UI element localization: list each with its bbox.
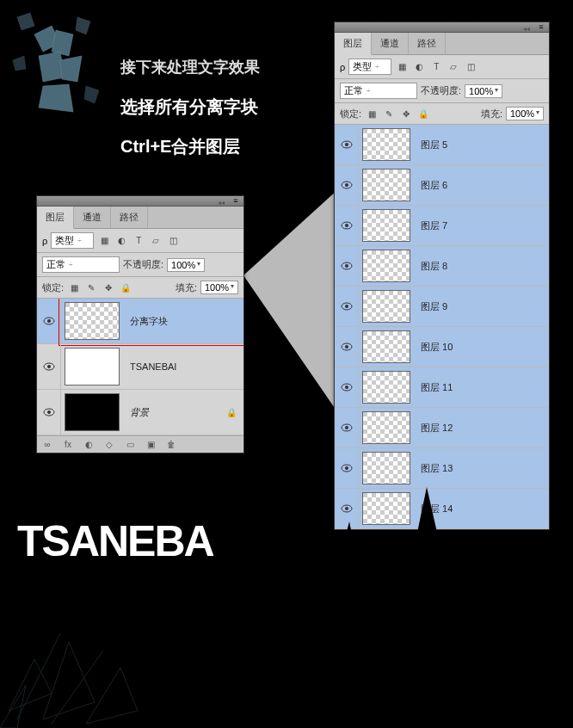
collapse-icon[interactable]: ◂◂ [218, 199, 225, 207]
tab-paths[interactable]: 路径 [409, 33, 446, 54]
footer-icon[interactable]: ∞ [40, 440, 54, 449]
panel-tabs: 图层 通道 路径 [37, 207, 243, 229]
layer-name[interactable]: 图层 8 [414, 260, 549, 273]
layer-name[interactable]: 背景 [123, 406, 226, 419]
layer-row[interactable]: 图层 12 [335, 408, 549, 448]
tab-layers[interactable]: 图层 [335, 33, 372, 55]
layer-row[interactable]: TSANEBAI [37, 344, 243, 390]
lock-transparent-icon[interactable]: ▦ [365, 107, 379, 120]
filter-type-icon[interactable]: T [429, 60, 443, 74]
svg-marker-8 [84, 86, 99, 103]
layer-name[interactable]: 图层 5 [414, 139, 549, 151]
layer-thumbnail[interactable] [362, 371, 410, 404]
filter-type-icon[interactable]: T [132, 234, 145, 248]
visibility-eye-icon[interactable] [43, 317, 55, 325]
opacity-input[interactable]: 100% ▾ [167, 258, 205, 272]
layer-row[interactable]: 图层 10 [335, 327, 549, 367]
visibility-eye-icon[interactable] [341, 140, 353, 149]
visibility-eye-icon[interactable] [341, 342, 353, 351]
visibility-eye-icon[interactable] [341, 181, 353, 189]
layer-row[interactable]: 图层 11 [335, 367, 549, 408]
filter-smart-icon[interactable]: ◫ [166, 234, 180, 248]
footer-icon[interactable]: ◐ [82, 440, 96, 449]
filter-pixel-icon[interactable]: ▦ [97, 234, 111, 248]
layer-row[interactable]: 图层 9 [335, 287, 549, 327]
visibility-eye-icon[interactable] [341, 423, 353, 432]
opacity-input[interactable]: 100% ▾ [465, 84, 502, 98]
layer-thumbnail[interactable] [65, 302, 120, 340]
filter-kind-icon[interactable]: ρ [340, 62, 345, 72]
chevron-down-icon: ▾ [197, 260, 200, 270]
layer-name[interactable]: 图层 9 [414, 300, 549, 313]
lock-position-icon[interactable]: ✥ [399, 107, 413, 120]
filter-row: ρ 类型 ÷ ▦ ◐ T ▱ ◫ [37, 229, 243, 253]
layer-thumbnail[interactable] [65, 393, 120, 431]
visibility-eye-icon[interactable] [341, 383, 353, 392]
panel-menu-button[interactable]: ≡ [230, 196, 242, 206]
layer-thumbnail[interactable] [362, 330, 410, 363]
collapse-icon[interactable]: ◂◂ [523, 25, 530, 33]
svg-point-13 [47, 365, 51, 368]
filter-adjust-icon[interactable]: ◐ [412, 60, 426, 74]
lock-position-icon[interactable]: ✥ [102, 281, 115, 294]
layer-name[interactable]: TSANEBAI [123, 361, 243, 372]
layer-thumbnail[interactable] [362, 411, 410, 444]
tab-layers[interactable]: 图层 [37, 207, 74, 229]
lock-transparent-icon[interactable]: ▦ [67, 281, 81, 294]
layer-thumbnail[interactable] [362, 128, 410, 161]
filter-shape-icon[interactable]: ▱ [447, 60, 460, 74]
visibility-eye-icon[interactable] [341, 221, 353, 230]
layer-name[interactable]: 图层 6 [414, 179, 549, 192]
layer-row[interactable]: 图层 7 [335, 206, 549, 246]
footer-icon[interactable]: ◇ [102, 440, 116, 449]
lock-paint-icon[interactable]: ✎ [84, 281, 98, 294]
footer-icon[interactable]: fx [61, 440, 75, 449]
panel-titlebar[interactable]: ◂◂ ≡ [335, 22, 549, 33]
fill-input[interactable]: 100% ▾ [506, 107, 544, 120]
layers-panel-small: ◂◂ ≡ 图层 通道 路径 ρ 类型 ÷ ▦ ◐ T ▱ ◫ 正常 ÷ 不透明度… [36, 195, 244, 453]
layer-row[interactable]: 图层 8 [335, 246, 549, 287]
layer-thumbnail[interactable] [362, 290, 410, 323]
lock-paint-icon[interactable]: ✎ [382, 107, 396, 120]
blend-mode-dropdown[interactable]: 正常 ÷ [340, 83, 417, 99]
layer-name[interactable]: 图层 10 [414, 341, 549, 354]
filter-type-dropdown[interactable]: 类型 ÷ [348, 59, 391, 75]
tab-channels[interactable]: 通道 [74, 207, 111, 228]
panel-menu-button[interactable]: ≡ [535, 22, 547, 32]
layer-thumbnail[interactable] [65, 348, 120, 386]
lock-label: 锁定: [340, 108, 361, 120]
visibility-eye-icon[interactable] [43, 362, 55, 371]
layer-row[interactable]: 图层 5 [335, 125, 549, 165]
layer-row[interactable]: 图层 6 [335, 165, 549, 206]
tab-channels[interactable]: 通道 [372, 33, 409, 54]
lock-all-icon[interactable]: 🔒 [119, 281, 132, 294]
layer-thumbnail[interactable] [362, 169, 410, 201]
visibility-eye-icon[interactable] [341, 262, 353, 270]
blend-mode-value: 正常 [344, 84, 363, 97]
filter-type-dropdown[interactable]: 类型 ÷ [51, 232, 94, 249]
tab-paths[interactable]: 路径 [111, 207, 148, 228]
layer-name[interactable]: 分离字块 [123, 315, 243, 328]
layer-name[interactable]: 图层 7 [414, 219, 549, 232]
layer-thumbnail[interactable] [362, 250, 410, 282]
layer-row[interactable]: 分离字块 [37, 299, 243, 344]
footer-icon[interactable]: ▭ [123, 440, 137, 449]
visibility-eye-icon[interactable] [341, 302, 353, 311]
filter-smart-icon[interactable]: ◫ [464, 60, 478, 74]
lock-all-icon[interactable]: 🔒 [416, 107, 430, 120]
footer-icon[interactable]: ▣ [144, 440, 157, 449]
filter-adjust-icon[interactable]: ◐ [114, 234, 128, 248]
filter-pixel-icon[interactable]: ▦ [395, 60, 409, 74]
layer-thumbnail[interactable] [362, 209, 410, 242]
layer-row[interactable]: 背景🔒 [37, 390, 243, 435]
filter-shape-icon[interactable]: ▱ [149, 234, 163, 248]
svg-point-29 [345, 386, 348, 389]
footer-icon[interactable]: 🗑 [164, 440, 178, 449]
layer-name[interactable]: 图层 12 [414, 422, 549, 435]
visibility-eye-icon[interactable] [43, 408, 55, 416]
panel-titlebar[interactable]: ◂◂ ≡ [37, 196, 243, 207]
filter-kind-icon[interactable]: ρ [42, 236, 47, 246]
blend-mode-dropdown[interactable]: 正常 ÷ [42, 256, 120, 273]
layer-name[interactable]: 图层 11 [414, 381, 549, 394]
fill-input[interactable]: 100% ▾ [200, 281, 238, 294]
